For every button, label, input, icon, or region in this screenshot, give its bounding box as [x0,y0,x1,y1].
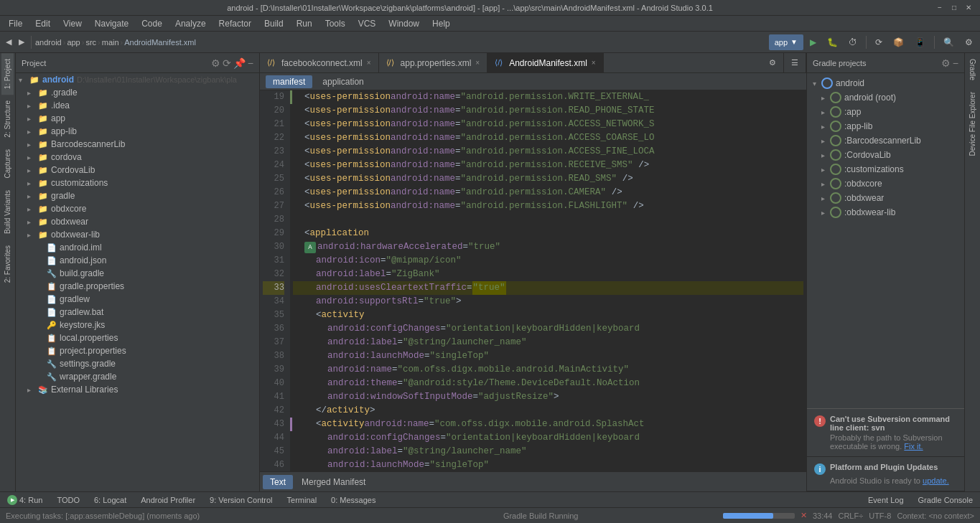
close-tab-btn2[interactable]: × [475,59,480,67]
favorites-side-tab[interactable]: 2: Favorites [1,240,14,288]
breadcrumb-app[interactable]: app [67,38,80,47]
tree-project-props[interactable]: ▸ 📋 project.properties [16,344,259,357]
search-everywhere-button[interactable]: 🔍 [939,34,958,50]
gradle-side-tab[interactable]: Gradle [966,53,979,86]
tree-android-json[interactable]: ▸ 📄 android.json [16,254,259,267]
tree-gradle-hidden[interactable]: ▸ 📁 .gradle [16,86,259,99]
breadcrumb-manifest[interactable]: AndroidManifest.xml [124,38,196,47]
terminal-btn[interactable]: Terminal [283,495,322,505]
back-button[interactable]: ◀ [3,34,14,50]
sdk-manager-button[interactable]: 📦 [889,34,908,50]
tree-gradle-properties[interactable]: ▸ 📋 gradle.properties [16,280,259,293]
gradle-app-item[interactable]: ▸ :app [807,105,964,119]
tree-gradlew-bat[interactable]: ▸ 📄 gradlew.bat [16,306,259,319]
code-content[interactable]: <uses-permission android:name="android.p… [290,90,806,471]
gradle-barcode-item[interactable]: ▸ :BarcodescannerLib [807,133,964,148]
run-btn[interactable]: 4: Run [3,494,47,506]
cancel-build-btn[interactable]: ✕ [801,511,807,520]
tree-wrapper-gradle[interactable]: ▸ 🔧 wrapper.gradle [16,370,259,383]
update-link[interactable]: update. [923,476,949,485]
logcat-btn[interactable]: 6: Logcat [90,495,131,505]
sync-button[interactable]: ⟳ [871,34,887,50]
menu-window[interactable]: Window [383,17,425,30]
tree-cordovalib[interactable]: ▸ 📁 CordovaLib [16,164,259,176]
tree-gradle-folder[interactable]: ▸ 📁 gradle [16,189,259,202]
project-cog[interactable]: ⚙ [211,57,220,69]
menu-file[interactable]: File [3,17,28,30]
event-log-btn[interactable]: Event Log [864,495,908,505]
avd-manager-button[interactable]: 📱 [910,34,930,50]
tree-customizations[interactable]: ▸ 📁 customizations [16,176,259,189]
tree-keystore[interactable]: ▸ 🔑 keystore.jks [16,319,259,331]
tab-split[interactable]: ☰ [784,53,806,72]
gradle-custom-item[interactable]: ▸ :customizations [807,162,964,176]
tree-obdxcore[interactable]: ▸ 📁 obdxcore [16,202,259,215]
close-tab-btn3[interactable]: × [592,59,596,67]
profiler-btn[interactable]: Android Profiler [136,495,200,505]
status-crlf[interactable]: CRLF÷ [838,512,863,520]
menu-vcs[interactable]: VCS [353,17,382,30]
tree-app[interactable]: ▸ 📁 app [16,112,259,125]
close-button[interactable]: ✕ [963,2,974,14]
sec-tab-application[interactable]: application [315,75,370,88]
tree-settings-gradle[interactable]: ▸ 🔧 settings.gradle [16,357,259,370]
tree-android-root[interactable]: ▾ 📁 android D:\Installer\01Installer\Wor… [16,73,259,86]
breadcrumb-android[interactable]: android [35,38,62,47]
forward-button[interactable]: ▶ [16,34,27,50]
tree-obdxwear-lib[interactable]: ▸ 📁 obdxwear-lib [16,228,259,241]
gradle-cordova-item[interactable]: ▸ :CordovaLib [807,148,964,162]
gradle-console-btn[interactable]: Gradle Console [914,495,977,505]
gradle-applib-item[interactable]: ▸ :app-lib [807,119,964,133]
maximize-button[interactable]: □ [948,2,960,14]
menu-refactor[interactable]: Refactor [213,17,257,30]
gradle-obdxcore-item[interactable]: ▸ :obdxcore [807,176,964,191]
menu-code[interactable]: Code [136,17,168,30]
menu-build[interactable]: Build [258,17,289,30]
tree-gradlew[interactable]: ▸ 📄 gradlew [16,293,259,306]
debug-button[interactable]: 🐛 [823,34,842,50]
tree-local-props[interactable]: ▸ 📋 local.properties [16,331,259,344]
gradle-obdxwear-lib-item[interactable]: ▸ :obdxwear-lib [807,205,964,220]
messages-btn[interactable]: 0: Messages [327,495,380,505]
todo-btn[interactable]: TODO [52,495,84,505]
tree-barcodescanner[interactable]: ▸ 📁 BarcodescannerLib [16,138,259,151]
bottom-tab-text[interactable]: Text [263,475,293,489]
close-tab-btn[interactable]: × [367,59,371,67]
breadcrumb-src[interactable]: src [85,38,96,47]
variants-side-tab[interactable]: Build Variants [1,184,14,240]
run-button[interactable]: ▶ [806,34,821,50]
captures-side-tab[interactable]: Captures [1,143,14,184]
minimize-button[interactable]: − [934,2,946,14]
project-sync[interactable]: ⟳ [223,57,231,69]
gradle-minimize-btn[interactable]: − [953,57,958,69]
tab-facebookconnect[interactable]: ⟨/⟩ facebookconnect.xml × [260,53,379,72]
tree-android-iml[interactable]: ▸ 📄 android.iml [16,241,259,254]
app-dropdown[interactable]: app ▼ [769,34,803,50]
fix-it-link[interactable]: Fix it. [904,442,923,451]
project-minimize[interactable]: − [248,57,253,69]
profile-button[interactable]: ⏱ [844,34,862,50]
code-editor[interactable]: 19 20 21 22 23 24 25 26 27 28 29 30 31 3… [260,90,806,471]
breadcrumb-main[interactable]: main [102,38,119,47]
settings-button[interactable]: ⚙ [961,34,977,50]
status-encoding[interactable]: UTF-8 [869,512,891,520]
project-pin[interactable]: 📌 [233,57,246,69]
tree-ext-libs[interactable]: ▸ 📚 External Libraries [16,383,259,396]
sec-tab-manifest[interactable]: manifest [266,75,312,88]
menu-analyze[interactable]: Analyze [169,17,212,30]
menu-edit[interactable]: Edit [29,17,56,30]
menu-view[interactable]: View [57,17,88,30]
gradle-obdxwear-item[interactable]: ▸ :obdxwear [807,191,964,205]
gradle-android-root-item[interactable]: ▸ android (root) [807,90,964,105]
menu-navigate[interactable]: Navigate [89,17,134,30]
structure-side-tab[interactable]: 2: Structure [1,95,14,143]
tab-androidmanifest[interactable]: ⟨/⟩ AndroidManifest.xml × [487,53,604,72]
gradle-settings-btn[interactable]: ⚙ [941,57,951,69]
tab-actions[interactable]: ⚙ [762,53,784,72]
menu-help[interactable]: Help [426,17,456,30]
menu-run[interactable]: Run [291,17,318,30]
vcs-btn[interactable]: 9: Version Control [205,495,276,505]
tree-cordova[interactable]: ▸ 📁 cordova [16,151,259,164]
menu-tools[interactable]: Tools [319,17,351,30]
tree-idea[interactable]: ▸ 📁 .idea [16,99,259,112]
